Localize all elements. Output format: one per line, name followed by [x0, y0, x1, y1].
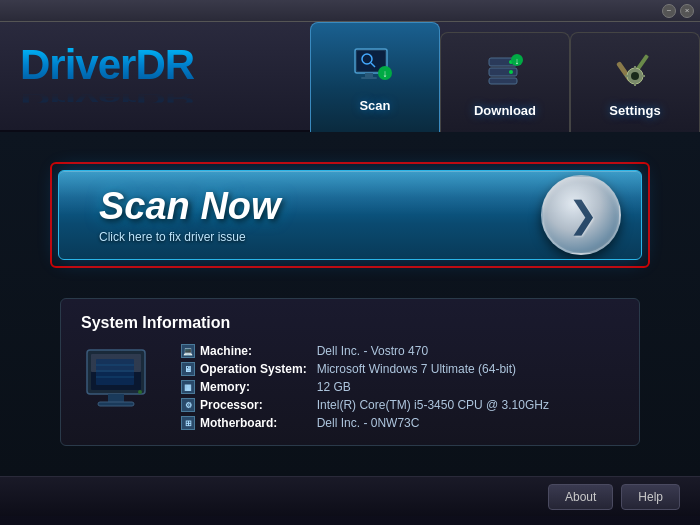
svg-rect-5 [361, 77, 377, 79]
svg-point-32 [138, 390, 142, 394]
tab-settings[interactable]: Settings [570, 32, 700, 132]
svg-text:↓: ↓ [383, 68, 388, 79]
tab-download[interactable]: ↓ Download [440, 32, 570, 132]
machine-icon: 💻 [181, 344, 195, 358]
svg-rect-30 [108, 394, 124, 402]
system-info-body: 💻 Machine: Dell Inc. - Vostro 470 🖥 Oper… [81, 344, 619, 430]
processor-label: ⚙ Processor: [181, 398, 307, 412]
svg-point-12 [509, 70, 513, 74]
content-area: Scan Now Click here to fix driver issue … [0, 132, 700, 476]
system-info-section: System Information [60, 298, 640, 446]
settings-tab-label: Settings [609, 103, 660, 118]
svg-rect-31 [98, 402, 134, 406]
memory-label: ▦ Memory: [181, 380, 307, 394]
tab-scan[interactable]: ↓ Scan [310, 22, 440, 132]
svg-rect-21 [625, 75, 629, 77]
download-tab-icon: ↓ [480, 47, 530, 97]
os-label: 🖥 Operation System: [181, 362, 307, 376]
motherboard-label: ⊞ Motherboard: [181, 416, 307, 430]
svg-rect-22 [641, 75, 645, 77]
header: DriverDR DriverDR [0, 22, 700, 132]
svg-rect-19 [634, 66, 636, 70]
memory-value: 12 GB [317, 380, 619, 394]
scan-arrow-icon: ❯ [568, 194, 598, 236]
info-table: 💻 Machine: Dell Inc. - Vostro 470 🖥 Oper… [181, 344, 619, 430]
scan-now-button[interactable]: Scan Now Click here to fix driver issue … [58, 170, 642, 260]
main-window: − × DriverDR DriverDR [0, 0, 700, 525]
scan-tab-icon: ↓ [350, 42, 400, 92]
scan-subtitle: Click here to fix driver issue [99, 230, 281, 244]
svg-point-18 [631, 72, 639, 80]
machine-value: Dell Inc. - Vostro 470 [317, 344, 619, 358]
scan-arrow-button[interactable]: ❯ [541, 175, 621, 255]
help-button[interactable]: Help [621, 484, 680, 510]
os-value: Microsoft Windows 7 Ultimate (64-bit) [317, 362, 619, 376]
download-tab-label: Download [474, 103, 536, 118]
machine-label: 💻 Machine: [181, 344, 307, 358]
svg-rect-26 [96, 359, 134, 385]
svg-text:↓: ↓ [515, 56, 520, 66]
scan-now-text: Scan Now [99, 186, 281, 228]
nav-tabs: ↓ Scan [310, 22, 700, 132]
scan-tab-label: Scan [359, 98, 390, 113]
system-info-title: System Information [81, 314, 619, 332]
processor-icon: ⚙ [181, 398, 195, 412]
svg-rect-4 [365, 73, 373, 77]
scan-text-area: Scan Now Click here to fix driver issue [99, 186, 281, 244]
os-icon: 🖥 [181, 362, 195, 376]
minimize-button[interactable]: − [662, 4, 676, 18]
computer-icon [81, 344, 161, 424]
settings-tab-icon [610, 47, 660, 97]
logo-reflection: DriverDR [20, 94, 194, 102]
scan-button-container: Scan Now Click here to fix driver issue … [50, 162, 650, 268]
processor-value: Intel(R) Core(TM) i5-3450 CPU @ 3.10GHz [317, 398, 619, 412]
motherboard-icon: ⊞ [181, 416, 195, 430]
memory-icon: ▦ [181, 380, 195, 394]
footer: About Help [0, 476, 700, 516]
svg-rect-10 [489, 78, 517, 84]
motherboard-value: Dell Inc. - 0NW73C [317, 416, 619, 430]
svg-rect-20 [634, 82, 636, 86]
logo-text: DriverDR [20, 44, 194, 86]
logo-area: DriverDR DriverDR [20, 44, 194, 109]
close-button[interactable]: × [680, 4, 694, 18]
titlebar: − × [0, 0, 700, 22]
about-button[interactable]: About [548, 484, 613, 510]
